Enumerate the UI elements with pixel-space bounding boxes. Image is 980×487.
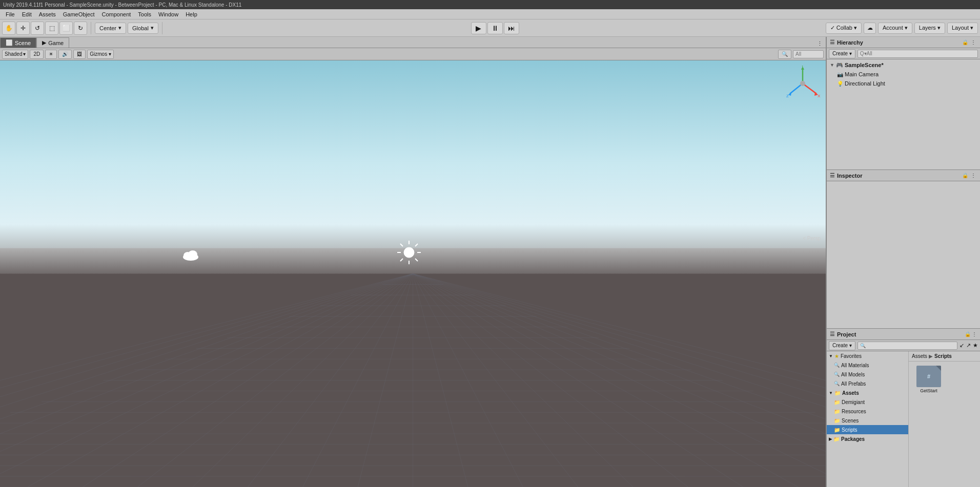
project-star-icon[interactable]: ★ [973,342,978,349]
play-controls: ▶ ⏸ ⏭ [166,22,824,34]
pause-button[interactable]: ⏸ [487,22,503,34]
scripts-item[interactable]: 📁 Scripts [827,425,908,434]
search-icon: 🔍 [860,343,866,348]
menu-component[interactable]: Component [98,10,134,18]
menu-window[interactable]: Window [155,10,182,18]
menu-tools[interactable]: Tools [134,10,155,18]
account-label: Account ▾ [883,25,908,31]
layout-dropdown[interactable]: Layout ▾ [947,23,978,34]
persp-label: < Persp [803,236,821,241]
favorites-item[interactable]: ▼ ★ Favorites [827,351,908,361]
hierarchy-panel: ☰ Hierarchy 🔒 ⋮ Create ▾ ▼ 🎮 SampleSc [827,37,980,170]
project-header-icon: ☰ [830,331,835,337]
hierarchy-search-input[interactable] [858,50,978,58]
scene-search-input[interactable] [793,50,824,58]
audio-toggle[interactable]: 🔊 [58,50,72,59]
layers-dropdown[interactable]: Layers ▾ [914,23,945,34]
files-container: # GetStart [909,362,980,397]
scripts-icon: 📁 [834,427,840,433]
svg-line-14 [803,83,816,94]
hierarchy-create-btn[interactable]: Create ▾ [829,49,855,58]
demigiant-item[interactable]: 📁 Demigiant [827,397,908,407]
hierarchy-item-main-camera[interactable]: 📷 Main Camera [827,70,980,79]
rotate-tool-btn[interactable]: ↺ [31,22,44,35]
svg-line-6 [415,244,418,246]
hierarchy-scene-root[interactable]: ▼ 🎮 SampleScene* [827,60,980,70]
account-dropdown[interactable]: Account ▾ [878,23,912,34]
hierarchy-header: ☰ Hierarchy 🔒 ⋮ [827,37,980,48]
getstart-file[interactable]: # GetStart [911,364,947,395]
all-models-icon: 🔍 [834,372,840,377]
shaded-dropdown[interactable]: Shaded ▾ [2,50,28,59]
center-pivot-dropdown[interactable]: Center ▾ [95,23,126,34]
menu-file[interactable]: File [2,10,18,18]
resources-icon: 📁 [834,409,840,414]
packages-item[interactable]: ▶ 📁 Packages [827,434,908,443]
breadcrumb-assets[interactable]: Assets [912,353,927,359]
hierarchy-item-directional-light[interactable]: 💡 Directional Light [827,79,980,88]
scene-panel-menu[interactable]: ⋮ [815,39,824,48]
hierarchy-lock-btn[interactable]: 🔒 [962,39,969,46]
inspector-menu-btn[interactable]: ⋮ [970,172,977,179]
menu-bar: File Edit Assets GameObject Component To… [0,9,980,19]
project-icon-2[interactable]: ↗ [966,342,971,349]
packages-icon: 📁 [833,436,840,442]
all-materials-icon: 🔍 [834,363,840,368]
scenes-label: Scenes [842,418,859,424]
menu-help[interactable]: Help [182,10,201,18]
global-local-dropdown[interactable]: Global ▾ [128,23,158,34]
all-models-item[interactable]: 🔍 All Models [827,370,908,379]
cloud-gizmo [181,248,200,265]
scale-tool-btn[interactable]: ⬚ [45,22,58,35]
resources-item[interactable]: 📁 Resources [827,407,908,416]
project-icon-1[interactable]: ↙ [959,342,964,349]
breadcrumb-scripts[interactable]: Scripts [934,353,952,359]
directional-light-label: Directional Light [845,80,885,87]
play-button[interactable]: ▶ [471,22,486,34]
light-icon: 💡 [837,81,843,87]
transform-tool-btn[interactable]: ↻ [74,22,87,35]
rect-tool-btn[interactable]: ⬜ [59,22,73,35]
move-tool-btn[interactable]: ✛ [16,22,30,35]
svg-line-4 [400,244,403,246]
separator-1 [91,22,91,34]
resources-label: Resources [842,409,866,414]
cloud-button[interactable]: ☁ [864,23,876,34]
hand-tool-btn[interactable]: ✋ [2,22,15,35]
hierarchy-content: ▼ 🎮 SampleScene* 📷 Main Camera 💡 Directi… [827,59,980,170]
all-materials-item[interactable]: 🔍 All Materials [827,361,908,370]
project-files-area: Assets ▶ Scripts # GetStart [909,351,980,487]
gizmos-dropdown[interactable]: Gizmos ▾ [87,50,114,59]
scene-root-arrow: ▼ [830,62,834,68]
svg-line-7 [400,259,403,261]
scene-area: ⬜ Scene ▶ Game ⋮ Shaded ▾ 2D ☀ 🔊 🖼 Gizmo… [0,37,826,487]
game-tab[interactable]: ▶ Game [36,37,69,48]
viewport[interactable]: Y X Z < Persp [0,60,826,487]
effects-toggle[interactable]: 🖼 [73,50,86,59]
scene-tab-label: Scene [15,40,31,46]
getstart-label: GetStart [920,388,937,393]
collab-button[interactable]: ✓ Collab ▾ [826,23,862,34]
menu-assets[interactable]: Assets [35,10,59,18]
scene-tab[interactable]: ⬜ Scene [0,37,36,48]
scenes-item[interactable]: 📁 Scenes [827,416,908,425]
lighting-toggle[interactable]: ☀ [45,50,57,59]
assets-item[interactable]: ▼ 📁 Assets [827,388,908,397]
scene-name: SampleScene* [845,62,884,68]
project-create-btn[interactable]: Create ▾ [829,341,855,350]
2d-button[interactable]: 2D [30,50,44,59]
step-button[interactable]: ⏭ [504,22,519,34]
menu-edit[interactable]: Edit [18,10,35,18]
search-toggle[interactable]: 🔍 [778,50,791,59]
project-lock-btn[interactable]: 🔒 [965,331,971,337]
toolbar-right: ✓ Collab ▾ ☁ Account ▾ Layers ▾ Layout ▾ [826,23,978,34]
camera-icon: 📷 [837,72,843,77]
hierarchy-menu-btn[interactable]: ⋮ [970,39,977,46]
inspector-lock-btn[interactable]: 🔒 [962,172,969,179]
hierarchy-title: Hierarchy [837,39,863,46]
all-prefabs-item[interactable]: 🔍 All Prefabs [827,379,908,388]
project-menu-btn[interactable]: ⋮ [972,331,977,337]
scenes-icon: 📁 [834,418,840,424]
scene-tab-icon: ⬜ [6,39,13,46]
menu-gameobject[interactable]: GameObject [59,10,98,18]
